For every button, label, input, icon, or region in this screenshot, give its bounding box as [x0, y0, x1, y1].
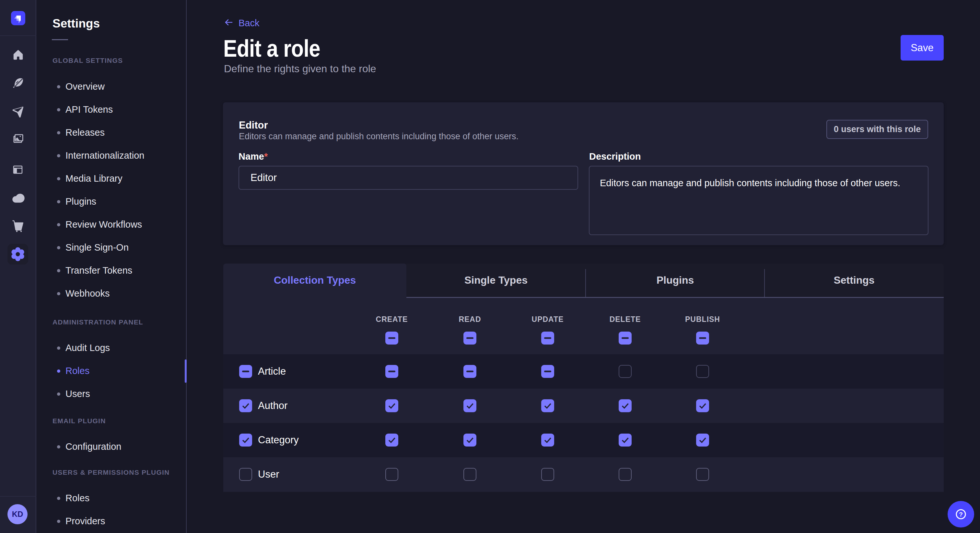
svg-text:?: ?	[959, 511, 963, 518]
